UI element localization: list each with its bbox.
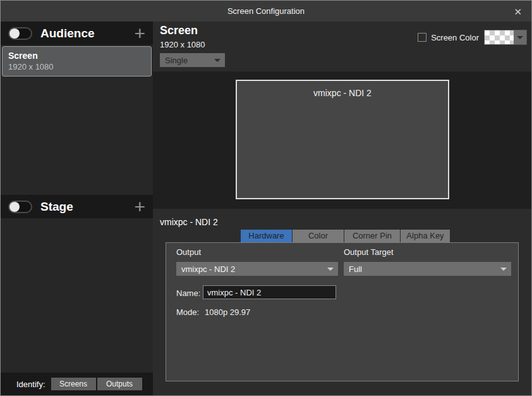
mode-value: 1080p 29.97 xyxy=(205,307,250,317)
screen-configuration-window: Screen Configuration ✕ Audience + Screen… xyxy=(0,0,532,396)
titlebar: Screen Configuration ✕ xyxy=(1,1,531,22)
add-audience-screen-icon[interactable]: + xyxy=(134,26,145,41)
toggle-knob xyxy=(9,28,20,39)
output-target-label: Output Target xyxy=(344,247,394,257)
add-stage-screen-icon[interactable]: + xyxy=(134,199,145,214)
close-icon[interactable]: ✕ xyxy=(514,6,522,16)
output-tabs: Hardware Color Corner Pin Alpha Key xyxy=(241,230,450,242)
page-title: Screen xyxy=(160,24,198,37)
output-label: Output xyxy=(176,247,201,257)
transparent-swatch xyxy=(485,30,514,44)
screen-color-row: Screen Color xyxy=(418,30,527,45)
screen-header: Screen 1920 x 1080 Screen Color Single xyxy=(153,22,531,71)
output-target-select-value: Full xyxy=(349,264,362,274)
preview-output-label: vmixpc - NDI 2 xyxy=(237,88,448,98)
output-panel: vmixpc - NDI 2 Hardware Color Corner Pin… xyxy=(153,209,531,395)
screen-color-picker[interactable] xyxy=(484,30,527,45)
swatch-dropdown-button[interactable] xyxy=(514,30,526,44)
sidebar: Audience + Screen 1920 x 1080 Stage + Id… xyxy=(1,22,153,395)
screen-item-resolution: 1920 x 1080 xyxy=(8,62,145,71)
output-target-select[interactable]: Full xyxy=(344,262,511,276)
identify-screens-button[interactable]: Screens xyxy=(51,378,96,390)
screen-item-name: Screen xyxy=(8,51,145,61)
audience-screen-list: Screen 1920 x 1080 xyxy=(1,45,153,195)
screen-preview-box[interactable]: vmixpc - NDI 2 xyxy=(236,80,449,199)
window-title: Screen Configuration xyxy=(227,6,305,16)
audience-toggle[interactable] xyxy=(8,27,32,40)
main-area: Screen 1920 x 1080 Screen Color Single xyxy=(153,22,531,395)
stage-label: Stage xyxy=(40,200,73,214)
toggle-knob xyxy=(9,202,20,212)
tab-alpha-key[interactable]: Alpha Key xyxy=(401,230,450,242)
output-select[interactable]: vmixpc - NDI 2 xyxy=(176,262,338,276)
identify-outputs-button[interactable]: Outputs xyxy=(97,378,142,390)
stage-screen-list xyxy=(1,218,153,373)
audience-label: Audience xyxy=(40,27,95,40)
chevron-down-icon xyxy=(500,268,507,271)
chevron-down-icon xyxy=(214,59,221,62)
name-label: Name: xyxy=(176,288,200,298)
output-panel-title: vmixpc - NDI 2 xyxy=(160,217,218,227)
list-item-screen[interactable]: Screen 1920 x 1080 xyxy=(2,46,152,77)
identify-label: Identify: xyxy=(16,380,45,389)
audience-section-header: Audience + xyxy=(1,22,153,45)
tab-hardware[interactable]: Hardware xyxy=(241,230,292,242)
stage-section-header: Stage + xyxy=(1,195,153,218)
stage-toggle[interactable] xyxy=(8,201,32,213)
chevron-down-icon xyxy=(517,36,523,39)
layout-select-value: Single xyxy=(165,56,188,65)
tab-color[interactable]: Color xyxy=(293,230,344,242)
screen-color-label: Screen Color xyxy=(431,33,479,42)
identify-bar: Identify: Screens Outputs xyxy=(1,373,153,395)
screen-resolution: 1920 x 1080 xyxy=(160,40,205,49)
chevron-down-icon xyxy=(327,268,334,271)
tab-corner-pin[interactable]: Corner Pin xyxy=(344,230,400,242)
hardware-group-box: Output vmixpc - NDI 2 Output Target Full… xyxy=(166,242,519,381)
mode-label: Mode: xyxy=(176,307,199,317)
name-input[interactable] xyxy=(203,285,336,299)
layout-select[interactable]: Single xyxy=(160,53,225,67)
screen-color-checkbox[interactable] xyxy=(418,33,426,42)
output-select-value: vmixpc - NDI 2 xyxy=(181,264,235,274)
preview-area: vmixpc - NDI 2 xyxy=(153,71,531,209)
